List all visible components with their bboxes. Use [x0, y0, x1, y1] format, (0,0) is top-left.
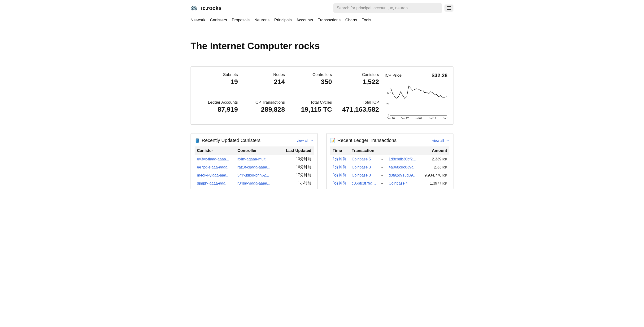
svg-text:Jul 18: Jul 18: [443, 117, 448, 120]
stat-value: 1,522: [338, 78, 379, 86]
stat-total-icp: Total ICP 471,163,582: [338, 100, 379, 121]
topbar-actions: [333, 3, 454, 13]
stat-value: 350: [290, 78, 332, 86]
topbar: ic.rocks: [190, 0, 454, 15]
stat-icp-tx: ICP Transactions 289,828: [244, 100, 285, 121]
th-tx: Transaction: [350, 146, 420, 155]
canister-link[interactable]: ey3vx-fiaaa-aaaa...: [194, 155, 235, 163]
updated-cell: 1小时前: [276, 179, 314, 187]
table-row: 3分钟前c06bfc8f79a15e...→Coinbase 41.3977IC…: [330, 179, 450, 187]
tx-panel: 📝 Recent Ledger Transactions view all → …: [326, 133, 454, 189]
stats-card: Subnets 19 Nodes 214 Controllers 350 Can…: [190, 67, 454, 125]
stat-subnets: Subnets 19: [196, 72, 238, 94]
price-chart-panel: ICP Price $32.28 02040Jun 20Jun 27Jul 04…: [385, 72, 448, 121]
canister-link[interactable]: ee7pg-siaaa-aaaa...: [194, 163, 235, 171]
th-amount: Amount: [420, 146, 450, 155]
stat-nodes: Nodes 214: [244, 72, 285, 94]
stat-label: Canisters: [338, 72, 379, 77]
table-row: ee7pg-siaaa-aaaa...raz3f-cqaaa-aaaa...16…: [194, 163, 314, 171]
logo-icon: [190, 5, 198, 12]
stat-ledger-accounts: Ledger Accounts 87,919: [196, 100, 238, 121]
tx-to-link[interactable]: Coinbase 4: [386, 179, 420, 187]
canisters-panel: 🛢️ Recently Updated Canisters view all →…: [190, 133, 318, 189]
tx-panel-title: 📝 Recent Ledger Transactions: [330, 138, 396, 143]
tx-from-link[interactable]: Coinbase 5: [350, 155, 379, 163]
nav-item-proposals[interactable]: Proposals: [232, 18, 250, 23]
svg-text:Jul 11: Jul 11: [429, 117, 436, 120]
stat-value: 471,163,582: [338, 106, 379, 113]
table-row: djmph-jaaaa-aaa...r34ba-yiaaa-aaaa...1小时…: [194, 179, 314, 187]
page-title: The Internet Computer rocks: [190, 41, 454, 51]
brand-name: ic.rocks: [201, 5, 222, 11]
stat-canisters: Canisters 1,522: [338, 72, 379, 94]
main-nav: Network Canisters Proposals Neurons Prin…: [190, 15, 454, 25]
canister-icon: 🛢️: [194, 138, 200, 143]
menu-button[interactable]: [444, 5, 454, 12]
tx-amount: 2.339ICP: [420, 155, 450, 163]
tx-to-link[interactable]: d8f92d913d894...: [386, 171, 420, 179]
arrow-right-icon: →: [379, 179, 386, 187]
svg-text:Jun 20: Jun 20: [387, 117, 394, 120]
canisters-view-all[interactable]: view all →: [296, 138, 314, 142]
table-row: 1分钟前Coinbase 5→1d8cbdb30bf2b...2.339ICP: [330, 155, 450, 163]
stat-label: ICP Transactions: [244, 100, 285, 105]
controller-link[interactable]: raz3f-cqaaa-aaaa...: [235, 163, 276, 171]
updated-cell: 16分钟前: [276, 163, 314, 171]
tx-amount: 9,934.778ICP: [420, 171, 450, 179]
tx-from-link[interactable]: Coinbase 3: [350, 163, 379, 171]
nav-item-tools[interactable]: Tools: [362, 18, 371, 23]
nav-item-principals[interactable]: Principals: [274, 18, 292, 23]
svg-text:20: 20: [386, 103, 390, 106]
canisters-panel-title: 🛢️ Recently Updated Canisters: [194, 138, 260, 143]
updated-cell: 17分钟前: [276, 171, 314, 179]
canister-link[interactable]: m4ok4-yiaaa-aaa...: [194, 171, 235, 179]
svg-text:Jul 04: Jul 04: [415, 117, 422, 120]
stats-grid: Subnets 19 Nodes 214 Controllers 350 Can…: [196, 72, 379, 121]
stat-label: Ledger Accounts: [196, 100, 238, 105]
stat-value: 19,115 TC: [290, 106, 332, 113]
tx-time-link[interactable]: 3分钟前: [330, 171, 350, 179]
tx-to-link[interactable]: 1d8cbdb30bf2b...: [386, 155, 420, 163]
tx-amount: 1.3977ICP: [420, 179, 450, 187]
th-canister: Canister: [194, 146, 235, 155]
nav-item-network[interactable]: Network: [190, 18, 205, 23]
controller-link[interactable]: r34ba-yiaaa-aaaa...: [235, 179, 276, 187]
tx-from-link[interactable]: c06bfc8f79a15e...: [350, 179, 379, 187]
controller-link[interactable]: 5jfir-udloo-bhh62...: [235, 171, 276, 179]
stat-value: 214: [244, 78, 285, 86]
stat-value: 289,828: [244, 106, 285, 113]
tx-time-link[interactable]: 1分钟前: [330, 163, 350, 171]
nav-item-charts[interactable]: Charts: [345, 18, 357, 23]
tx-view-all[interactable]: view all →: [432, 138, 450, 142]
canisters-table: Canister Controller Last Updated ey3vx-f…: [194, 146, 314, 187]
tx-from-link[interactable]: Coinbase 0: [350, 171, 379, 179]
nav-item-canisters[interactable]: Canisters: [210, 18, 227, 23]
price-value: $32.28: [432, 72, 448, 79]
table-row: ey3vx-fiaaa-aaaa...ifxlm-aqaaa-mult...10…: [194, 155, 314, 163]
stat-label: Total Cycles: [290, 100, 332, 105]
stat-total-cycles: Total Cycles 19,115 TC: [290, 100, 332, 121]
controller-link[interactable]: ifxlm-aqaaa-mult...: [235, 155, 276, 163]
canister-link[interactable]: djmph-jaaaa-aaa...: [194, 179, 235, 187]
search-input[interactable]: [333, 3, 442, 13]
table-row: 1分钟前Coinbase 3→4a068cdc639a...2.33ICP: [330, 163, 450, 171]
svg-text:0: 0: [388, 114, 390, 117]
stat-label: Controllers: [290, 72, 332, 77]
stat-label: Total ICP: [338, 100, 379, 105]
svg-text:Jun 27: Jun 27: [401, 117, 408, 120]
price-label: ICP Price: [385, 73, 402, 78]
arrow-right-icon: →: [379, 171, 386, 179]
tx-time-link[interactable]: 1分钟前: [330, 155, 350, 163]
nav-item-neurons[interactable]: Neurons: [254, 18, 270, 23]
stat-value: 19: [196, 78, 238, 86]
arrow-right-icon: →: [379, 163, 386, 171]
brand[interactable]: ic.rocks: [190, 5, 222, 12]
tx-time-link[interactable]: 3分钟前: [330, 179, 350, 187]
arrow-right-icon: →: [379, 155, 386, 163]
nav-item-transactions[interactable]: Transactions: [318, 18, 341, 23]
table-row: 3分钟前Coinbase 0→d8f92d913d894...9,934.778…: [330, 171, 450, 179]
tx-to-link[interactable]: 4a068cdc639a...: [386, 163, 420, 171]
stat-controllers: Controllers 350: [290, 72, 332, 94]
table-row: m4ok4-yiaaa-aaa...5jfir-udloo-bhh62...17…: [194, 171, 314, 179]
nav-item-accounts[interactable]: Accounts: [296, 18, 313, 23]
